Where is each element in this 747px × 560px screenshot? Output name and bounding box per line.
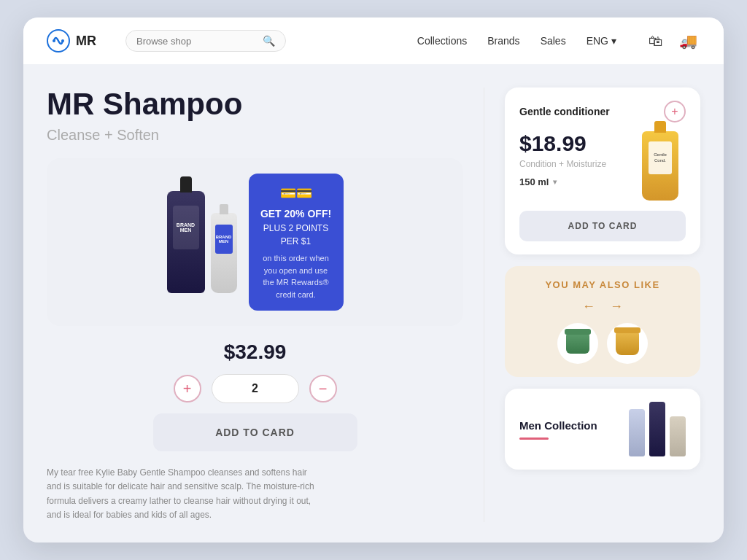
product-price: $32.99	[47, 341, 463, 364]
men-collection-underline	[519, 438, 549, 440]
quantity-input[interactable]	[212, 374, 299, 403]
conditioner-price: $18.99	[519, 131, 627, 156]
left-panel: MR Shampoo Cleanse + Soften BRANDMEN BRA…	[47, 88, 463, 522]
quantity-decrease-button[interactable]: +	[174, 375, 201, 402]
promo-subtext: on this order when you open and use the …	[260, 252, 332, 300]
logo-icon	[47, 29, 70, 52]
you-may-like-card: YOU MAY ALSO LIKE ← →	[505, 266, 700, 377]
you-may-arrows: ← →	[519, 299, 686, 314]
navbar: MR 🔍 Collections Brands Sales ENG ▾ 🛍 🚚	[23, 18, 724, 64]
nav-link-brands[interactable]: Brands	[487, 35, 519, 47]
product-title: MR Shampoo	[47, 88, 463, 121]
conditioner-image: GentleCond.	[635, 131, 686, 201]
promo-line3: PER $1	[260, 235, 332, 248]
men-product-2	[649, 402, 665, 456]
promo-card: 💳💳 GET 20% OFF! PLUS 2 POINTS PER $1 on …	[249, 174, 344, 311]
men-collection-products	[629, 402, 686, 456]
chevron-down-icon: ▾	[611, 35, 616, 47]
conditioner-desc: Condition + Moisturize	[519, 159, 627, 169]
bottle-dark-label: BRANDMEN	[173, 206, 199, 249]
conditioner-card: Gentle conditioner + $18.99 Condition + …	[505, 88, 700, 254]
logo-area: MR	[47, 29, 96, 52]
chevron-down-icon[interactable]: ▾	[553, 178, 557, 186]
conditioner-body: $18.99 Condition + Moisturize 150 ml ▾ G…	[519, 131, 686, 201]
language-selector[interactable]: ENG ▾	[587, 35, 616, 47]
jar-green-product	[566, 333, 589, 354]
svg-point-1	[53, 39, 55, 42]
tube-label: GentleCond.	[649, 141, 672, 174]
you-may-item-1[interactable]	[557, 323, 598, 364]
you-may-arrow-right[interactable]: →	[610, 299, 623, 314]
men-collection-text: Men Collection	[519, 419, 619, 440]
search-icon: 🔍	[263, 35, 275, 47]
conditioner-add-button[interactable]: ADD TO CARD	[519, 211, 686, 241]
jar-gold-product	[616, 332, 639, 355]
bottle-tube-text: BRANDMEN	[216, 235, 232, 244]
conditioner-info: $18.99 Condition + Moisturize 150 ml ▾	[519, 131, 627, 187]
you-may-items	[519, 323, 686, 364]
logo-text: MR	[76, 34, 96, 49]
nav-link-sales[interactable]: Sales	[541, 35, 566, 47]
conditioner-size-value: 150 ml	[519, 176, 549, 187]
men-collection-title: Men Collection	[519, 419, 619, 433]
product-subtitle: Cleanse + Soften	[47, 127, 463, 144]
product-description: My tear free Kylie Baby Gentle Shampoo c…	[47, 466, 324, 522]
you-may-arrow-left[interactable]: ←	[582, 299, 595, 314]
promo-line1: GET 20% OFF!	[260, 206, 332, 222]
conditioner-title: Gentle conditioner	[519, 106, 610, 117]
you-may-title: YOU MAY ALSO LIKE	[519, 279, 686, 290]
cart-button[interactable]: 🛍	[646, 30, 666, 52]
men-product-1	[629, 409, 645, 456]
language-label: ENG	[587, 35, 608, 47]
vertical-divider	[484, 88, 484, 522]
product-image-card: BRANDMEN BRANDMEN 💳💳 GET 20% OFF! PLUS 2…	[47, 158, 463, 326]
men-product-3	[670, 416, 686, 456]
tube-label-text: GentleCond.	[654, 152, 667, 164]
nav-links: Collections Brands Sales ENG ▾	[417, 35, 616, 47]
search-input[interactable]	[136, 36, 257, 47]
promo-line2: PLUS 2 POINTS	[260, 222, 332, 235]
bottle-dark: BRANDMEN	[167, 191, 205, 293]
you-may-item-2[interactable]	[607, 323, 648, 364]
product-bottles: BRANDMEN BRANDMEN	[167, 191, 237, 293]
conditioner-header: Gentle conditioner +	[519, 101, 686, 122]
add-to-card-button[interactable]: ADD TO CARD	[153, 413, 357, 451]
search-bar[interactable]: 🔍	[125, 30, 286, 52]
cart-icon: 🛍	[649, 33, 663, 49]
conditioner-add-circle-button[interactable]: +	[664, 101, 686, 122]
bottle-tube: BRANDMEN	[211, 213, 237, 293]
plus-icon: +	[671, 105, 678, 118]
svg-point-2	[61, 39, 64, 42]
delivery-icon: 🚚	[679, 33, 697, 49]
conditioner-size: 150 ml ▾	[519, 176, 627, 187]
quantity-row: + −	[47, 374, 463, 403]
nav-icons: 🛍 🚚	[646, 29, 700, 52]
tube-product-visual: GentleCond.	[642, 131, 678, 201]
nav-link-collections[interactable]: Collections	[417, 35, 467, 47]
quantity-increase-button[interactable]: −	[309, 375, 337, 402]
men-collection-card[interactable]: Men Collection	[505, 389, 700, 470]
bottle-dark-text: BRANDMEN	[177, 222, 195, 233]
main-content: MR Shampoo Cleanse + Soften BRANDMEN BRA…	[23, 64, 724, 522]
bottle-tube-label: BRANDMEN	[215, 225, 233, 254]
price-section: $32.99 + − ADD TO CARD	[47, 341, 463, 451]
right-panel: Gentle conditioner + $18.99 Condition + …	[505, 88, 700, 522]
delivery-button[interactable]: 🚚	[676, 29, 700, 52]
